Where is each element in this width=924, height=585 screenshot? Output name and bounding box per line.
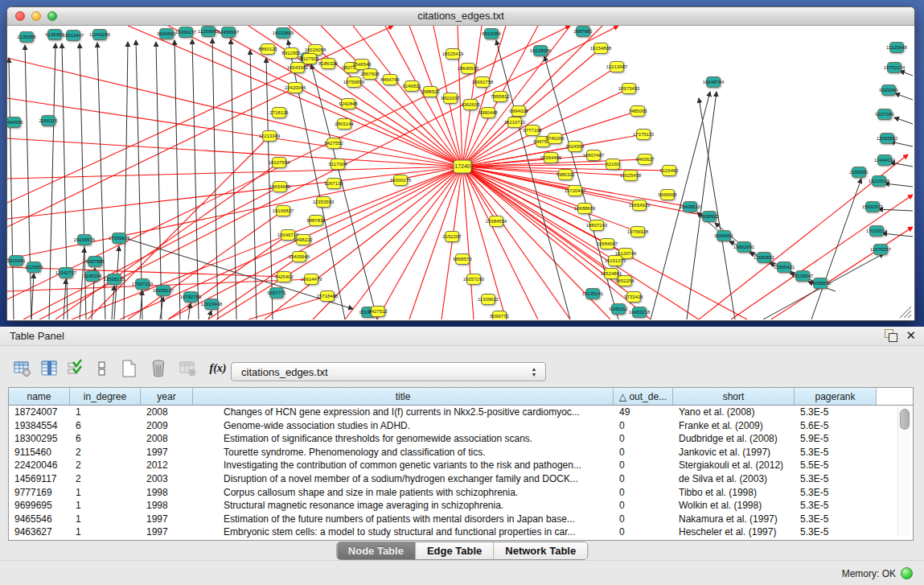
yellow-node[interactable]: 12213987: [606, 62, 628, 72]
yellow-node[interactable]: 19300275: [390, 175, 412, 186]
table-row[interactable]: 911546021997Tourette syndrome. Phenomeno…: [9, 446, 913, 459]
table-row[interactable]: 1938455462009Genome-wide association stu…: [9, 419, 913, 433]
network-canvas[interactable]: 2135958913645910513447113432669694563103…: [7, 26, 914, 319]
yellow-node[interactable]: 9822037: [441, 93, 460, 104]
table-settings-icon[interactable]: [11, 357, 34, 380]
teal-node[interactable]: 1145194: [84, 271, 103, 282]
new-table-icon[interactable]: [117, 357, 140, 380]
yellow-node[interactable]: 7955812: [491, 92, 510, 102]
yellow-node[interactable]: 1546546: [352, 60, 372, 70]
teal-node[interactable]: 1115689: [25, 262, 43, 273]
yellow-node[interactable]: 15718485: [317, 291, 339, 302]
yellow-node[interactable]: 20364486: [540, 153, 562, 163]
teal-node[interactable]: 16033809: [273, 28, 294, 39]
table-row[interactable]: 946554611997Estimation of the future num…: [9, 513, 913, 526]
yellow-node[interactable]: 8427552: [324, 138, 343, 149]
teal-node[interactable]: 15135141: [582, 289, 604, 299]
table-row[interactable]: 1872400712008Changes of HCN gene express…: [9, 406, 913, 419]
yellow-node[interactable]: 2867608: [360, 69, 380, 80]
teal-node[interactable]: 11343266: [89, 30, 111, 40]
tab-network-table[interactable]: Network Table: [494, 542, 587, 559]
yellow-node[interactable]: 9746266: [545, 134, 565, 144]
teal-node[interactable]: 9097588: [85, 257, 105, 267]
yellow-node[interactable]: 1362615: [461, 100, 480, 110]
teal-node[interactable]: 17957253: [132, 279, 154, 290]
table-selector-combobox[interactable]: citations_edges.txt ▲▼: [231, 362, 546, 381]
yellow-node[interactable]: 19756928: [627, 227, 649, 237]
teal-node[interactable]: 2159581: [849, 167, 869, 178]
yellow-node[interactable]: 9868573: [453, 254, 472, 265]
column-header-title[interactable]: title: [193, 388, 614, 405]
table-row[interactable]: 977716911998Corpus callosum shape and si…: [9, 486, 913, 500]
yellow-node[interactable]: 16961758: [472, 77, 494, 88]
yellow-node[interactable]: 8454749: [380, 75, 400, 85]
yellow-node[interactable]: 3624554: [565, 142, 585, 152]
teal-node[interactable]: 10453218: [629, 307, 651, 318]
yellow-node[interactable]: 19654923: [629, 200, 651, 211]
teal-node[interactable]: 8938922: [700, 212, 719, 222]
teal-node[interactable]: 10513447: [63, 31, 84, 41]
teal-node[interactable]: 9694563: [157, 29, 176, 39]
yellow-node[interactable]: 7986322: [556, 170, 575, 180]
teal-node[interactable]: 9694560: [714, 231, 733, 241]
resize-grip-icon[interactable]: [900, 307, 911, 318]
teal-node[interactable]: 12444134: [874, 155, 896, 166]
tab-edge-table[interactable]: Edge Table: [416, 542, 494, 559]
yellow-node[interactable]: 9887831: [306, 216, 326, 226]
teal-node[interactable]: 16210645: [869, 176, 890, 187]
teal-node[interactable]: 16409510: [680, 202, 701, 212]
yellow-node[interactable]: 17375115: [633, 130, 655, 140]
yellow-node[interactable]: 10025458: [620, 171, 642, 181]
yellow-node[interactable]: 9242848: [339, 99, 358, 109]
teal-node[interactable]: 8813054: [482, 29, 501, 39]
teal-node[interactable]: 16648784: [703, 77, 725, 88]
yellow-node[interactable]: 9990448: [478, 108, 498, 118]
yellow-node[interactable]: 10357290: [463, 274, 485, 285]
teal-node[interactable]: 9329966: [879, 85, 898, 96]
close-panel-icon[interactable]: ✕: [906, 329, 916, 342]
yellow-node[interactable]: 2152267: [442, 232, 462, 242]
teal-node[interactable]: 2687682: [573, 27, 593, 37]
teal-node[interactable]: 15692971: [862, 202, 884, 212]
citation-network-graph[interactable]: 2135958913645910513447113432669694563103…: [7, 26, 913, 319]
teal-node[interactable]: 3915941: [7, 256, 26, 266]
yellow-node[interactable]: 7485063: [628, 106, 647, 117]
teal-node[interactable]: 9245012: [609, 304, 628, 315]
yellow-node[interactable]: 9117004: [329, 159, 348, 170]
teal-node[interactable]: 11259682: [198, 27, 220, 37]
yellow-node[interactable]: 10688609: [574, 204, 596, 214]
yellow-node[interactable]: 17240: [454, 160, 471, 173]
yellow-node[interactable]: 9146821: [402, 81, 421, 92]
float-panel-icon[interactable]: [885, 329, 897, 342]
yellow-node[interactable]: 9777169: [523, 126, 542, 136]
teal-node[interactable]: 1494936: [7, 117, 23, 128]
teal-node[interactable]: 2135958: [17, 32, 36, 43]
column-header-short[interactable]: short: [673, 388, 795, 405]
network-window-titlebar[interactable]: citations_edges.txt: [7, 7, 914, 26]
column-header-out_de[interactable]: △ out_de...: [614, 388, 673, 405]
teal-node[interactable]: 10366237: [175, 27, 197, 38]
yellow-node[interactable]: 9115460: [660, 166, 680, 176]
yellow-node[interactable]: 1588520: [421, 87, 440, 97]
table-columns-icon[interactable]: [38, 357, 60, 380]
teal-node[interactable]: 11125648: [886, 43, 907, 53]
yellow-node[interactable]: 19384554: [486, 216, 507, 227]
teal-node[interactable]: 17016514: [866, 226, 888, 237]
yellow-node[interactable]: 19166827: [273, 206, 294, 216]
yellow-node[interactable]: 19409946: [289, 252, 310, 262]
yellow-node[interactable]: 16914479: [301, 274, 322, 285]
yellow-node[interactable]: 18756856: [343, 77, 365, 88]
teal-node[interactable]: 12365421: [774, 262, 795, 273]
select-rows-icon[interactable]: [64, 357, 87, 380]
yellow-node[interactable]: 7425402: [274, 272, 294, 282]
yellow-node[interactable]: 8099772: [490, 311, 509, 320]
yellow-node[interactable]: 16154808: [590, 43, 612, 54]
teal-node[interactable]: 13505135: [104, 274, 125, 285]
teal-node[interactable]: 20206576: [74, 235, 96, 245]
teal-node[interactable]: 14095872: [810, 278, 832, 289]
yellow-node[interactable]: 9652254: [615, 276, 634, 286]
teal-node[interactable]: 9657771: [267, 288, 286, 299]
table-scrollbar[interactable]: [897, 407, 910, 536]
yellow-node[interactable]: 12353593: [313, 197, 335, 208]
yellow-node[interactable]: 9463627: [635, 154, 655, 165]
